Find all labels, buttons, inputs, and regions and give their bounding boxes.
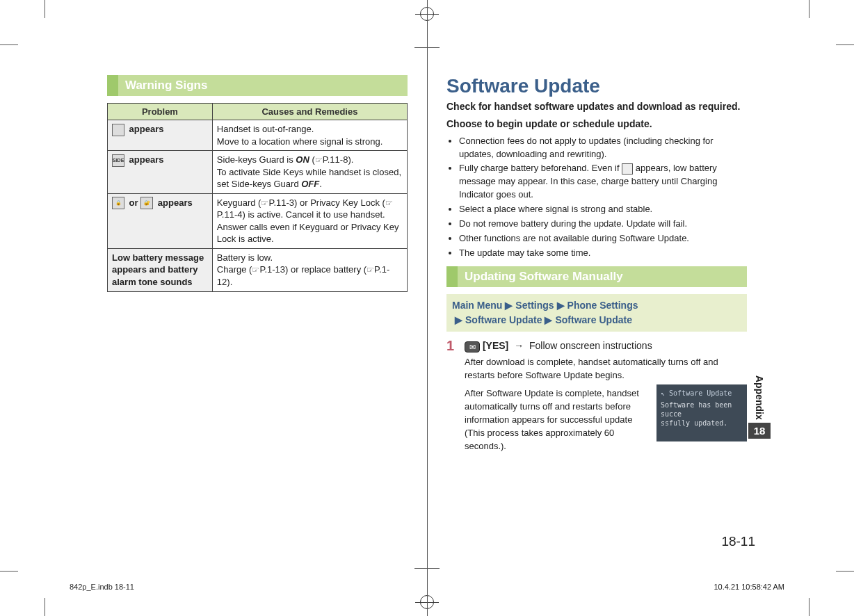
thumb-tab-number: 18 (748, 423, 771, 439)
out-of-range-icon (112, 124, 124, 136)
crop-mark (836, 571, 854, 572)
crop-mark (45, 598, 45, 616)
page-number: 18-11 (721, 534, 755, 549)
list-item: Other functions are not available during… (459, 232, 747, 245)
chevron-right-icon: ▶ (452, 314, 465, 325)
page-ref-icon (252, 264, 259, 275)
crop-mark (809, 598, 809, 616)
center-rule (427, 0, 428, 616)
problem-text: appears (127, 154, 163, 165)
warning-signs-header: Warning Signs (107, 75, 408, 96)
problem-cell: SIDE appears (108, 151, 213, 194)
problem-cell: 🔒 or 🔐 appears (108, 193, 213, 248)
left-column: Warning Signs Problem Causes and Remedie… (107, 75, 408, 548)
problem-cell: Low battery message appears and battery … (108, 248, 213, 291)
privacy-lock-icon: 🔐 (140, 197, 153, 209)
page: Warning Signs Problem Causes and Remedie… (0, 0, 854, 616)
menu-path: Main Menu▶Settings▶Phone Settings ▶Softw… (446, 294, 747, 332)
col-problem-header: Problem (108, 104, 213, 120)
list-item: Select a place where signal is strong an… (459, 203, 747, 216)
crop-mark (836, 44, 854, 45)
remedy-cell: Keyguard (P.11-3) or Privacy Key Lock (P… (212, 193, 407, 248)
list-item: Do not remove battery during the update.… (459, 218, 747, 231)
chevron-right-icon: ▶ (502, 300, 515, 311)
side-keys-icon: SIDE (112, 154, 124, 167)
page-ref-icon (385, 197, 393, 208)
crop-mark (45, 0, 45, 18)
footer-filename: 842p_E.indb 18-11 (70, 583, 134, 591)
handset-screenshot: ↖ Software Update Software has been succ… (656, 384, 747, 441)
step-sub-2: After Software Update is complete, hands… (465, 387, 650, 453)
col-remedy-header: Causes and Remedies (212, 104, 407, 120)
remedy-cell: Battery is low. Charge (P.1-13) or repla… (212, 248, 407, 291)
right-column: Software Update Check for handset softwa… (446, 75, 747, 548)
table-row: Low battery message appears and battery … (108, 248, 408, 291)
crop-mark (809, 0, 809, 18)
table-row: 🔒 or 🔐 appears Keyguard (P.11-3) or Priv… (108, 193, 408, 248)
warning-signs-title: Warning Signs (118, 75, 214, 96)
updating-manually-header: Updating Software Manually (446, 266, 747, 287)
chevron-right-icon: ▶ (542, 314, 555, 325)
handset-screen-title: ↖ Software Update (661, 389, 743, 398)
chevron-right-icon: ▶ (554, 300, 567, 311)
nav-segment: Phone Settings (567, 300, 638, 311)
follow-instructions: Follow onscreen instructions (529, 340, 652, 351)
mail-key-icon: ✉ (465, 341, 480, 352)
page-ref-icon (261, 197, 268, 208)
appendix-thumb-tab: Appendix 18 (748, 375, 771, 439)
problem-text: appears (127, 124, 163, 134)
footer-timestamp: 10.4.21 10:58:42 AM (714, 583, 784, 591)
thumb-tab-label: Appendix (754, 375, 765, 420)
table-row: appears Handset is out-of-range. Move to… (108, 120, 408, 151)
battery-icon (622, 163, 633, 175)
updating-manually-title: Updating Software Manually (458, 266, 630, 287)
step-number: 1 (446, 339, 458, 453)
list-item: Connection fees do not apply to updates … (459, 135, 747, 161)
nav-segment: Main Menu (452, 300, 502, 311)
software-update-title: Software Update (446, 75, 747, 97)
problem-text: appears (155, 197, 192, 208)
step-1: 1 ✉ [YES] Follow onscreen instructions A… (446, 339, 747, 453)
page-ref-icon (315, 154, 323, 165)
crop-mark (0, 44, 18, 45)
remedy-cell: Side-keys Guard is ON (P.11-8). To activ… (212, 151, 407, 194)
warning-table: Problem Causes and Remedies appears Hand… (107, 103, 408, 292)
step-body: ✉ [YES] Follow onscreen instructions Aft… (465, 339, 747, 453)
lead-text-2: Choose to begin update or schedule updat… (446, 117, 747, 131)
nav-segment: Software Update (465, 314, 542, 325)
arrow-right-icon (511, 340, 526, 351)
remedy-cell: Handset is out-of-range. Move to a locat… (212, 120, 407, 151)
list-item: The update may take some time. (459, 247, 747, 260)
crop-mark (0, 571, 18, 572)
list-item: Fully charge battery beforehand. Even if… (459, 162, 747, 202)
page-ref-icon (366, 264, 374, 275)
header-accent-bar (107, 75, 118, 96)
header-accent-bar (446, 266, 458, 287)
yes-label: [YES] (483, 340, 508, 351)
step-sub-1: After download is complete, handset auto… (465, 356, 747, 382)
lead-text-1: Check for handset software updates and d… (446, 100, 747, 113)
table-row: SIDE appears Side-keys Guard is ON (P.11… (108, 151, 408, 194)
lock-icon: 🔒 (112, 197, 124, 209)
nav-segment: Software Update (555, 314, 631, 325)
notes-list: Connection fees do not apply to updates … (446, 135, 747, 260)
handset-screen-body: Software has been succe ssfully updated. (661, 400, 743, 428)
nav-segment: Settings (515, 300, 554, 311)
problem-cell: appears (108, 120, 213, 151)
